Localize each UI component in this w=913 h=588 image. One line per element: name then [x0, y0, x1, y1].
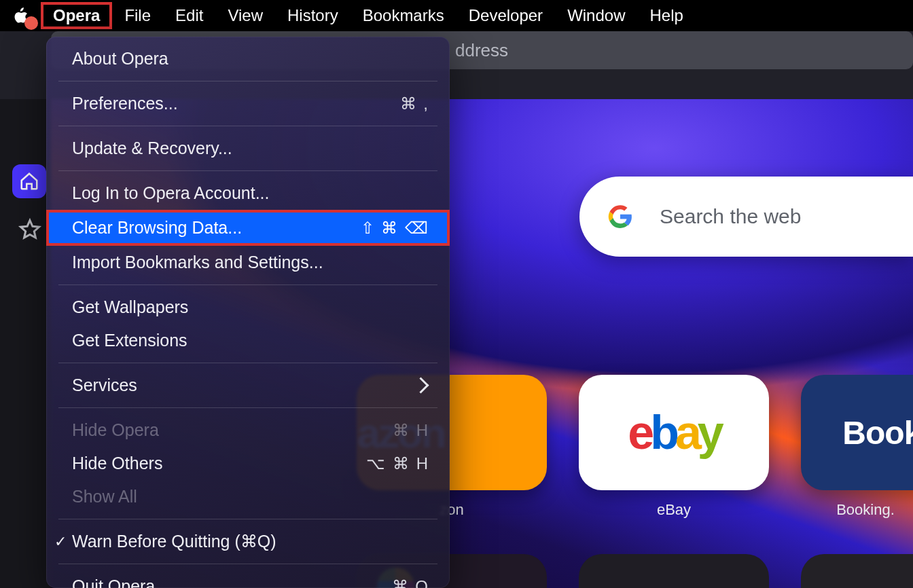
menu-hide-others[interactable]: Hide Others⌥ ⌘ H	[46, 447, 450, 480]
menu-separator	[58, 363, 437, 363]
browser-sidebar-strip	[0, 31, 51, 588]
ebay-logo-icon: ebay	[628, 405, 720, 460]
menu-edit[interactable]: Edit	[163, 2, 215, 29]
opera-app-menu-dropdown: About Opera Preferences...⌘ , Update & R…	[46, 37, 450, 588]
menu-separator	[58, 564, 437, 564]
menu-opera[interactable]: Opera	[41, 2, 112, 29]
menu-file[interactable]: File	[112, 2, 163, 29]
menu-show-all: Show All	[46, 480, 450, 513]
menu-preferences[interactable]: Preferences...⌘ ,	[46, 87, 450, 120]
speed-dial-label-ebay: eBay	[579, 501, 769, 519]
menu-warn-before-quitting[interactable]: Warn Before Quitting (⌘Q)	[46, 525, 450, 558]
menu-update-recovery[interactable]: Update & Recovery...	[46, 132, 450, 165]
booking-logo-fragment: Booking.	[842, 414, 913, 452]
speed-dial-booking[interactable]: Booking. EARLY DE	[801, 375, 913, 490]
menu-separator	[58, 170, 437, 171]
menu-separator	[58, 284, 437, 285]
macos-menubar: Opera File Edit View History Bookmarks D…	[0, 0, 913, 31]
menu-import-bookmarks-settings[interactable]: Import Bookmarks and Settings...	[46, 246, 450, 279]
window-close-button[interactable]	[24, 16, 38, 30]
menu-window[interactable]: Window	[555, 2, 637, 29]
menu-separator	[58, 126, 437, 126]
menu-login-opera-account[interactable]: Log In to Opera Account...	[46, 177, 450, 210]
speed-dial-ebay[interactable]: ebay	[579, 375, 769, 490]
menu-clear-browsing-data[interactable]: Clear Browsing Data...⇧ ⌘ ⌫	[46, 210, 450, 246]
sidebar-bookmarks-button[interactable]	[16, 216, 43, 243]
menu-separator	[58, 407, 437, 408]
speed-dial-row2-tile2[interactable]	[579, 554, 769, 588]
star-outline-icon	[18, 217, 42, 242]
menu-quit-opera[interactable]: Quit Opera⌘ Q	[46, 570, 450, 588]
address-bar-placeholder-fragment: ddress	[455, 40, 508, 61]
menu-bookmarks[interactable]: Bookmarks	[351, 2, 456, 29]
sidebar-home-button[interactable]	[12, 164, 46, 198]
menu-get-wallpapers[interactable]: Get Wallpapers	[46, 291, 450, 324]
search-the-web-pill[interactable]: Search the web	[579, 177, 913, 257]
menu-view[interactable]: View	[215, 2, 275, 29]
google-g-icon	[608, 204, 632, 229]
speed-dial-row2-tile3[interactable]	[801, 554, 913, 588]
menu-get-extensions[interactable]: Get Extensions	[46, 324, 450, 357]
speed-dial-label-booking: Booking.	[757, 501, 913, 519]
menu-separator	[58, 519, 437, 519]
menu-hide-opera: Hide Opera⌘ H	[46, 414, 450, 447]
menu-about-opera[interactable]: About Opera	[46, 42, 450, 75]
menu-history[interactable]: History	[275, 2, 351, 29]
menu-help[interactable]: Help	[637, 2, 695, 29]
menu-services[interactable]: Services	[46, 369, 450, 402]
menu-developer[interactable]: Developer	[456, 2, 555, 29]
menu-separator	[58, 81, 437, 81]
home-icon	[19, 171, 39, 191]
search-placeholder: Search the web	[660, 205, 801, 228]
